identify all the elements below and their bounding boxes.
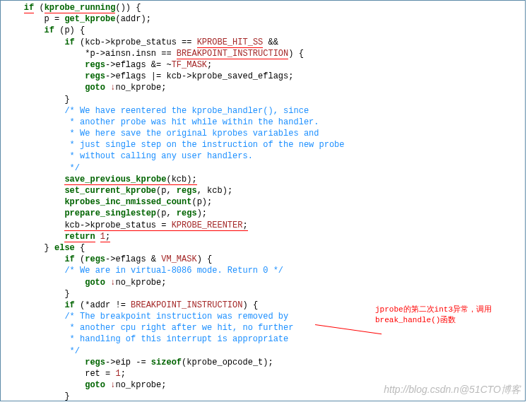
code-line: * We here save the original kprobes vari… — [4, 128, 522, 139]
code-line: goto ↓no_kprobe; — [4, 277, 522, 288]
code-line: * another probe was hit while within the… — [4, 117, 522, 128]
code-line: p = get_kprobe(addr); — [4, 13, 522, 25]
code-line: /* We are in virtual-8086 mode. Return 0… — [4, 265, 522, 276]
code-line: kcb->kprobe_status = KPROBE_REENTER; — [4, 220, 522, 231]
code-container: if (kprobe_running()) { p = get_kprobe(a… — [0, 0, 526, 401]
code-line: * handling of this interrupt is appropri… — [4, 334, 522, 345]
code-line: */ — [4, 346, 522, 357]
code-line: regs->eflags &= ~TF_MASK; — [4, 59, 522, 71]
code-line: regs->eflags |= kcb->kprobe_saved_eflags… — [4, 71, 522, 82]
code-line: } — [4, 288, 522, 300]
code-line: */ — [4, 163, 522, 174]
code-line: if (p) { — [4, 25, 522, 36]
code-line: if (kcb->kprobe_status == KPROBE_HIT_SS … — [4, 37, 522, 48]
code-line: set_current_kprobe(p, regs, kcb); — [4, 185, 522, 196]
code-line: kprobes_inc_nmissed_count(p); — [4, 196, 522, 208]
code-line: regs->eip -= sizeof(kprobe_opcode_t); — [4, 357, 522, 368]
code-line: * just single step on the instruction of… — [4, 139, 522, 151]
code-line: prepare_singlestep(p, regs); — [4, 208, 522, 219]
code-line: } — [4, 94, 522, 105]
code-line: * without calling any user handlers. — [4, 151, 522, 162]
code-line: goto ↓no_kprobe; — [4, 82, 522, 93]
code-line: ret = 1; — [4, 368, 522, 379]
code-line: save_previous_kprobe(kcb); — [4, 174, 522, 185]
code-line: if (kprobe_running()) { — [4, 2, 522, 13]
annotation-text: jprobe的第二次int3异常，调用break_handle()函数 — [375, 305, 524, 326]
code-line: return 1; — [4, 231, 522, 242]
code-line: } else { — [4, 242, 522, 254]
code-line: *p->ainsn.insn == BREAKPOINT_INSTRUCTION… — [4, 48, 522, 59]
code-line: if (regs->eflags & VM_MASK) { — [4, 254, 522, 265]
watermark: http://blog.csdn.n@51CTO博客 — [384, 383, 521, 396]
code-line: /* We have reentered the kprobe_handler(… — [4, 105, 522, 117]
